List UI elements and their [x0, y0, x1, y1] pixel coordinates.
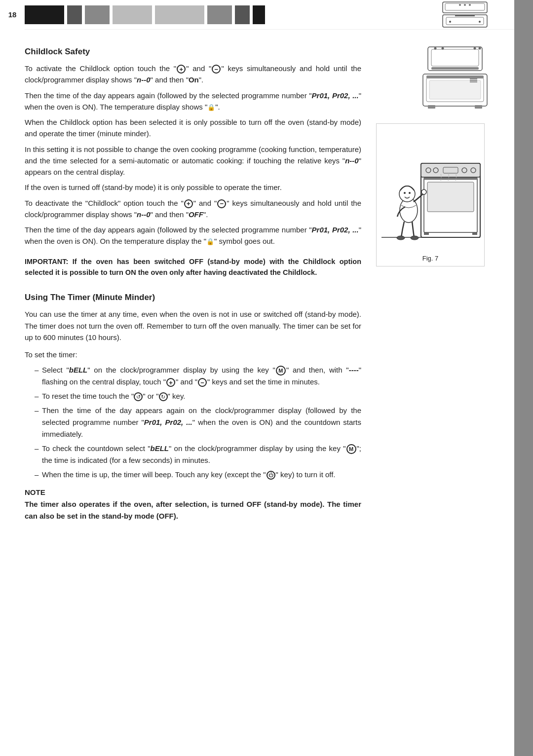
minus-icon-2: −: [217, 199, 226, 208]
timer-step-5: When the time is up, the timer will beep…: [35, 469, 361, 481]
childlock-para2: Then the time of the day appears again (…: [25, 90, 361, 113]
fig7-label: Fig. 7: [422, 255, 439, 262]
appliance-icon-top: [416, 0, 514, 30]
bar-block-2: [67, 5, 82, 24]
svg-point-2: [449, 21, 451, 23]
svg-point-15: [479, 47, 481, 50]
important-notice: IMPORTANT: If the oven has been switched…: [25, 256, 361, 278]
plus-icon: +: [177, 65, 186, 74]
svg-rect-30: [427, 182, 474, 212]
childlock-para4: In this setting it is not possible to ch…: [25, 144, 361, 178]
svg-rect-16: [431, 67, 479, 70]
timer-intro: You can use the timer at any time, even …: [25, 308, 361, 343]
svg-rect-32: [424, 232, 429, 235]
right-sidebar-bar: [514, 0, 533, 756]
lock-icon-2: 🔒: [206, 237, 214, 247]
oven-illustration-top: [376, 44, 490, 109]
m-icon-2: M: [346, 444, 356, 454]
bar-block-6: [207, 5, 232, 24]
plus-icon-3: +: [166, 378, 175, 387]
bar-block-8: [253, 5, 265, 24]
svg-point-12: [434, 47, 437, 50]
svg-rect-10: [428, 47, 482, 71]
svg-point-43: [409, 192, 411, 194]
timer-step-4: To check the countdown select "bELL" on …: [35, 443, 361, 466]
svg-rect-34: [421, 163, 480, 177]
important-text: IMPORTANT: If the oven has been switched…: [25, 256, 361, 278]
svg-rect-19: [429, 80, 481, 99]
oven-stacked-svg: [420, 44, 490, 109]
childlock-para3: When the Childlock option has been selec…: [25, 116, 361, 140]
top-bar: 18: [0, 0, 514, 30]
right-column: Fig. 7: [376, 44, 490, 526]
text-column: Childlock Safety To activate the Childlo…: [25, 44, 361, 526]
bar-block-4: [113, 5, 152, 24]
fig7-svg: [377, 124, 484, 252]
bar-block-3: [85, 5, 110, 24]
svg-point-45: [397, 236, 405, 240]
reset-icon-2: ↻: [159, 392, 168, 401]
svg-point-44: [421, 189, 426, 194]
childlock-title: Childlock Safety: [25, 47, 361, 57]
m-icon: M: [276, 366, 286, 376]
bar-block-7: [235, 5, 250, 24]
svg-point-46: [411, 236, 419, 240]
svg-point-42: [404, 192, 406, 194]
childlock-para5: If the oven is turned off (stand-by mode…: [25, 182, 361, 193]
svg-rect-22: [475, 105, 482, 109]
svg-rect-5: [446, 17, 484, 25]
svg-point-3: [479, 21, 481, 23]
svg-point-9: [469, 4, 471, 6]
note-section: NOTE The timer also operates if the oven…: [25, 488, 361, 522]
note-label: NOTE: [25, 488, 361, 496]
decorative-blocks: [25, 0, 416, 29]
bar-block-1: [25, 5, 64, 24]
timer-step-3: Then the time of the day appears again o…: [35, 405, 361, 440]
svg-rect-33: [472, 232, 477, 235]
childlock-para7: Then the time of the day appears again (…: [25, 224, 361, 247]
svg-rect-4: [443, 15, 487, 27]
page-number: 18: [0, 0, 25, 30]
timer-step-2: To reset the time touch the "↺" or "↻" k…: [35, 390, 361, 402]
timer-set-label: To set the timer:: [25, 349, 361, 360]
timer-title: Using The Timer (Minute Minder): [25, 293, 361, 302]
timer-step-1: Select "bELL" on the clock/programmer di…: [35, 364, 361, 388]
bar-block-5: [155, 5, 204, 24]
oven-top-svg: [440, 1, 490, 28]
svg-point-13: [442, 47, 444, 50]
reset-icon-1: ↺: [134, 392, 143, 401]
minus-icon-3: −: [198, 378, 207, 387]
fig7-box: Fig. 7: [376, 123, 485, 266]
power-icon: ⏻: [266, 471, 275, 480]
plus-icon-2: +: [184, 199, 193, 208]
minus-icon: −: [212, 65, 221, 74]
main-content: Childlock Safety To activate the Childlo…: [0, 30, 514, 540]
svg-rect-20: [426, 76, 484, 78]
childlock-section: Childlock Safety To activate the Childlo…: [25, 47, 361, 278]
svg-rect-21: [428, 105, 435, 109]
childlock-para6: To deactivate the "Childlock" option tou…: [25, 197, 361, 221]
svg-point-14: [474, 47, 476, 50]
timer-section: Using The Timer (Minute Minder) You can …: [25, 293, 361, 522]
svg-point-8: [464, 4, 466, 6]
note-text: The timer also operates if the oven, aft…: [25, 498, 361, 522]
lock-icon: 🔒: [207, 103, 215, 113]
svg-point-7: [459, 4, 461, 6]
childlock-para1: To activate the Childlock option touch t…: [25, 63, 361, 86]
timer-steps-list: Select "bELL" on the clock/programmer di…: [35, 364, 361, 481]
